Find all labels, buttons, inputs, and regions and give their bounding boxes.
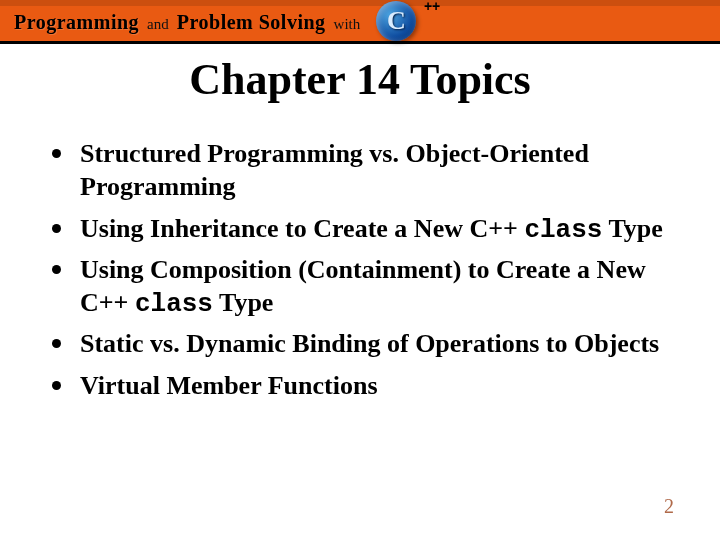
topic-text-post: Type <box>213 288 273 317</box>
cpp-logo-icon: ++ <box>376 1 432 41</box>
topic-text: Virtual Member Functions <box>80 371 378 400</box>
topic-text: Static vs. Dynamic Binding of Operations… <box>80 329 659 358</box>
page-number: 2 <box>664 495 674 518</box>
list-item: Virtual Member Functions <box>38 369 682 404</box>
list-item: Static vs. Dynamic Binding of Operations… <box>38 327 682 362</box>
topic-list: Structured Programming vs. Object-Orient… <box>38 137 682 404</box>
topic-text-post: Type <box>602 214 662 243</box>
banner-word-problem-solving: Problem Solving <box>177 11 326 34</box>
list-item: Structured Programming vs. Object-Orient… <box>38 137 682 206</box>
banner-word-and: and <box>147 16 169 33</box>
slide-body: Structured Programming vs. Object-Orient… <box>0 105 720 404</box>
list-item: Using Composition (Containment) to Creat… <box>38 253 682 322</box>
topic-text: Using Inheritance to Create a New C++ <box>80 214 524 243</box>
cpp-plus-plus: ++ <box>424 1 440 11</box>
topic-code: class <box>524 215 602 245</box>
banner-word-programming: Programming <box>14 11 139 34</box>
topic-code: class <box>135 289 213 319</box>
slide-title: Chapter 14 Topics <box>0 54 720 105</box>
header-banner: Programming and Problem Solving with ++ <box>0 0 720 44</box>
banner-word-with: with <box>334 16 361 33</box>
list-item: Using Inheritance to Create a New C++ cl… <box>38 212 682 247</box>
topic-text: Structured Programming vs. Object-Orient… <box>80 139 589 201</box>
